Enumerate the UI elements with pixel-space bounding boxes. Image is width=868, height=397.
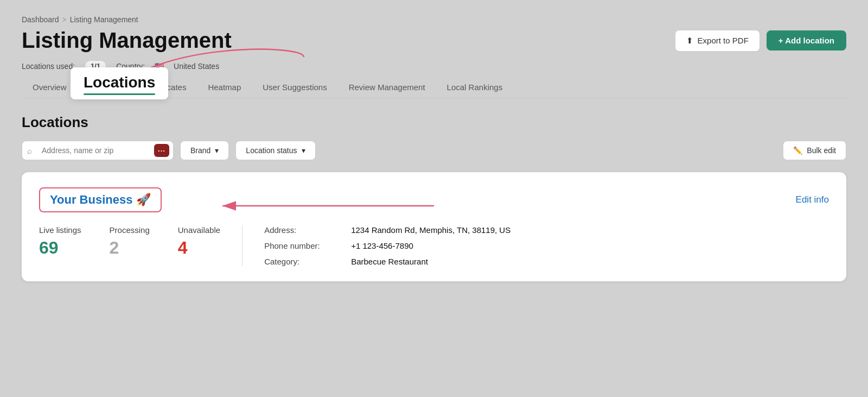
location-status-filter-button[interactable]: Location status ▾: [235, 141, 315, 160]
bulk-edit-button[interactable]: ✏️ Bulk edit: [783, 141, 846, 160]
stat-processing: Processing 2: [110, 225, 150, 258]
stats-left: Live listings 69 Processing 2 Unavailabl…: [39, 225, 242, 266]
add-location-button[interactable]: + Add location: [767, 30, 846, 51]
category-row: Category: Barbecue Restaurant: [264, 257, 510, 266]
tab-user-suggestions[interactable]: User Suggestions: [252, 77, 337, 99]
card-stats-row: Live listings 69 Processing 2 Unavailabl…: [39, 225, 829, 266]
locations-section-title: Locations: [22, 114, 846, 131]
export-icon: ⬆: [686, 36, 693, 46]
filter-row: ⌕ ··· Brand ▾ Location status ▾ ✏️ Bulk …: [22, 141, 846, 160]
search-input[interactable]: [22, 141, 174, 160]
chevron-down-icon: ▾: [215, 146, 219, 155]
country-name: United States: [174, 62, 219, 71]
export-pdf-button[interactable]: ⬆ Export to PDF: [675, 30, 760, 52]
stats-right: Address: 1234 Random Rd, Memphis, TN, 38…: [242, 225, 510, 266]
card-header: Your Business 🚀 Edit info: [39, 187, 829, 212]
tab-overview[interactable]: Overview: [22, 77, 78, 99]
search-extra-button[interactable]: ···: [154, 144, 169, 157]
brand-filter-button[interactable]: Brand ▾: [180, 141, 229, 160]
tabs-bar: Locations Overview Locations Duplicates …: [22, 77, 846, 99]
address-row: Address: 1234 Random Rd, Memphis, TN, 38…: [264, 225, 510, 235]
header-row: Listing Management ⬆ Export to PDF + Add…: [22, 28, 846, 53]
edit-info-button[interactable]: Edit info: [796, 194, 829, 205]
locations-bubble-text: Locations: [84, 74, 155, 91]
search-icon: ⌕: [27, 146, 32, 155]
breadcrumb: Dashboard > Listing Management: [22, 15, 846, 24]
breadcrumb-sep: >: [62, 15, 67, 24]
breadcrumb-current: Listing Management: [70, 15, 138, 24]
stat-unavailable: Unavailable 4: [178, 225, 220, 258]
chevron-down-icon: ▾: [302, 146, 305, 155]
location-card: Your Business 🚀 Edit info Live listings …: [22, 172, 846, 281]
tab-heatmap[interactable]: Heatmap: [197, 77, 252, 99]
breadcrumb-home[interactable]: Dashboard: [22, 15, 59, 24]
header-actions: ⬆ Export to PDF + Add location: [675, 30, 846, 52]
tab-review-management[interactable]: Review Management: [338, 77, 436, 99]
locations-bubble-underline: [84, 93, 155, 95]
locations-used-label: Locations used:: [22, 62, 75, 71]
phone-row: Phone number: +1 123-456-7890: [264, 241, 510, 250]
business-name-box: Your Business 🚀: [39, 187, 162, 212]
locations-bubble: Locations: [71, 67, 168, 99]
pencil-icon: ✏️: [793, 146, 802, 155]
stat-live-listings: Live listings 69: [39, 225, 81, 258]
page-title: Listing Management: [22, 28, 232, 53]
tab-local-rankings[interactable]: Local Rankings: [436, 77, 514, 99]
search-wrapper: ⌕ ···: [22, 141, 174, 160]
business-name: Your Business 🚀: [50, 193, 151, 207]
